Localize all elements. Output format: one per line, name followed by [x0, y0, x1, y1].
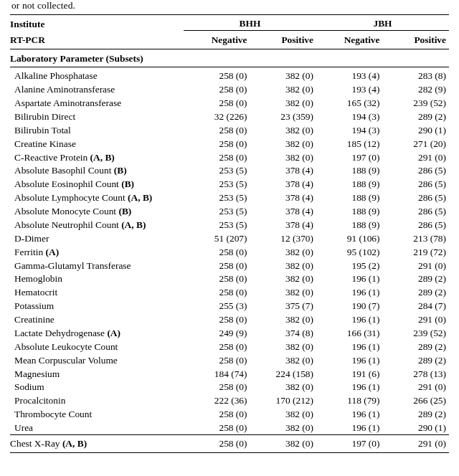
row-value: 258 (0): [184, 286, 250, 300]
row-value: 289 (2): [383, 408, 450, 422]
row-value: 224 (158): [250, 367, 317, 381]
table-row: Bilirubin Direct32 (226)23 (359)194 (3)2…: [10, 110, 449, 123]
row-value: 282 (9): [383, 83, 450, 97]
row-value: 196 (1): [316, 272, 383, 286]
row-value: 258 (0): [184, 381, 250, 394]
table-row: Potassium255 (3)375 (7)190 (7)284 (7): [10, 300, 449, 313]
row-value: 290 (1): [383, 123, 450, 137]
row-value: 382 (0): [250, 67, 317, 83]
row-label: Magnesium: [10, 367, 184, 381]
row-value: 284 (7): [383, 300, 450, 313]
header-group-bhh: BHH: [184, 15, 316, 31]
table-row: Alanine Aminotransferase258 (0)382 (0)19…: [10, 83, 449, 97]
row-value: 239 (52): [383, 96, 450, 110]
row-value: 193 (4): [316, 83, 383, 97]
row-value: 196 (1): [316, 408, 383, 422]
header-institute-label: Institute: [10, 15, 184, 31]
row-label: Hemoglobin: [10, 272, 184, 286]
row-value: 271 (20): [383, 137, 450, 151]
row-value: 382 (0): [250, 123, 317, 137]
row-value: 291 (0): [383, 151, 450, 164]
row-value: 382 (0): [250, 340, 317, 353]
row-value: 382 (0): [250, 353, 317, 367]
section-row: Laboratory Parameter (Subsets): [10, 49, 449, 67]
row-value: 51 (207): [184, 232, 250, 245]
row-value: 258 (0): [184, 245, 250, 259]
row-value: 291 (0): [383, 313, 450, 326]
row-value: 382 (0): [250, 313, 317, 326]
footer-label: Chest X-Ray (A, B): [10, 435, 184, 453]
row-value: 32 (226): [184, 110, 250, 123]
row-value: 283 (8): [383, 67, 450, 83]
row-label: Creatine Kinase: [10, 137, 184, 151]
row-value: 12 (370): [250, 232, 317, 245]
row-value: 195 (2): [316, 259, 383, 272]
row-value: 196 (1): [316, 340, 383, 353]
row-value: 289 (2): [383, 353, 450, 367]
lab-parameter-table: Institute BHH JBH RT-PCR Negative Positi…: [10, 14, 449, 453]
row-label: Absolute Basophil Count (B): [10, 164, 184, 178]
row-value: 382 (0): [250, 408, 317, 422]
row-value: 190 (7): [316, 300, 383, 313]
row-label: Hematocrit: [10, 286, 184, 300]
caption-cutoff-text: or not collected.: [11, 0, 449, 11]
row-label: Thrombocyte Count: [10, 408, 184, 422]
row-label: Mean Corpuscular Volume: [10, 353, 184, 367]
row-value: 258 (0): [184, 67, 250, 83]
row-value: 258 (0): [184, 83, 250, 97]
row-value: 118 (79): [316, 394, 383, 408]
row-value: 196 (1): [316, 313, 383, 326]
table-row: C-Reactive Protein (A, B)258 (0)382 (0)1…: [10, 151, 449, 164]
row-value: 258 (0): [184, 353, 250, 367]
row-value: 191 (6): [316, 367, 383, 381]
row-value: 255 (3): [184, 300, 250, 313]
row-label: Procalcitonin: [10, 394, 184, 408]
header-group-jbh: JBH: [316, 15, 449, 31]
table-row: Gamma-Glutamyl Transferase258 (0)382 (0)…: [10, 259, 449, 272]
table-row: Absolute Neutrophil Count (A, B)253 (5)3…: [10, 218, 449, 232]
row-label: Potassium: [10, 300, 184, 313]
row-value: 258 (0): [184, 151, 250, 164]
row-value: 291 (0): [383, 381, 450, 394]
row-value: 382 (0): [250, 96, 317, 110]
table-row: Thrombocyte Count258 (0)382 (0)196 (1)28…: [10, 408, 449, 422]
table-row: Creatinine258 (0)382 (0)196 (1)291 (0): [10, 313, 449, 326]
row-value: 188 (9): [316, 178, 383, 191]
table-row: Lactate Dehydrogenase (A)249 (9)374 (8)1…: [10, 326, 449, 340]
row-value: 258 (0): [184, 137, 250, 151]
row-value: 382 (0): [250, 272, 317, 286]
row-value: 196 (1): [316, 353, 383, 367]
row-value: 286 (5): [383, 178, 450, 191]
row-value: 286 (5): [383, 218, 450, 232]
table-row: Procalcitonin222 (36)170 (212)118 (79)26…: [10, 394, 449, 408]
row-value: 378 (4): [250, 204, 317, 218]
row-value: 194 (3): [316, 123, 383, 137]
row-value: 382 (0): [250, 381, 317, 394]
table-row: Aspartate Aminotransferase258 (0)382 (0)…: [10, 96, 449, 110]
row-value: 382 (0): [250, 259, 317, 272]
row-value: 253 (5): [184, 218, 250, 232]
row-value: 184 (74): [184, 367, 250, 381]
row-value: 188 (9): [316, 164, 383, 178]
table-row: Creatine Kinase258 (0)382 (0)185 (12)271…: [10, 137, 449, 151]
row-value: 170 (212): [250, 394, 317, 408]
row-value: 289 (2): [383, 286, 450, 300]
row-value: 378 (4): [250, 218, 317, 232]
table-row: Alkaline Phosphatase258 (0)382 (0)193 (4…: [10, 67, 449, 83]
table-row: Absolute Lymphocyte Count (A, B)253 (5)3…: [10, 191, 449, 205]
table-row: Mean Corpuscular Volume258 (0)382 (0)196…: [10, 353, 449, 367]
row-value: 382 (0): [250, 83, 317, 97]
row-value: 382 (0): [250, 245, 317, 259]
row-value: 95 (102): [316, 245, 383, 259]
row-label: Lactate Dehydrogenase (A): [10, 326, 184, 340]
col-bhh-positive: Positive: [250, 33, 317, 49]
row-value: 374 (8): [250, 326, 317, 340]
row-label: Sodium: [10, 381, 184, 394]
row-value: 222 (36): [184, 394, 250, 408]
row-label: C-Reactive Protein (A, B): [10, 151, 184, 164]
row-value: 378 (4): [250, 164, 317, 178]
row-label: Absolute Leukocyte Count: [10, 340, 184, 353]
row-value: 378 (4): [250, 191, 317, 205]
section-label: Laboratory Parameter (Subsets): [10, 49, 449, 67]
row-value: 196 (1): [316, 381, 383, 394]
